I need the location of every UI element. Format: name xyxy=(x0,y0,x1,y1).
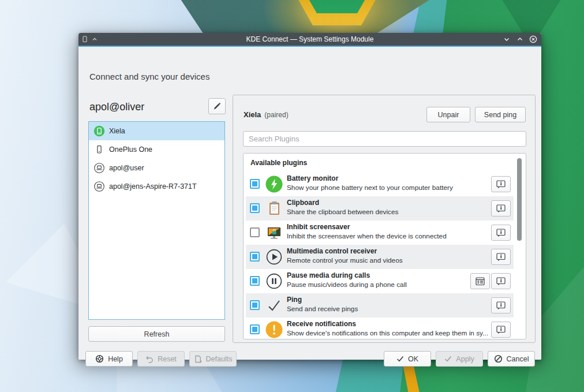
plugin-checkbox[interactable] xyxy=(250,227,260,237)
window-content: Connect and sync your devices apol@olive… xyxy=(78,47,541,360)
device-list-item-xiela[interactable]: Xiela xyxy=(89,122,224,140)
page-title: Connect and sync your devices xyxy=(89,72,209,81)
plugin-row: Battery monitor Show your phone battery … xyxy=(246,172,514,196)
device-title: Xiela(paired) xyxy=(244,110,289,119)
plugin-row: Receive notifications Show device's noti… xyxy=(246,318,514,339)
undo-icon xyxy=(145,355,154,363)
device-detail-panel: Xiela(paired) Unpair Send ping Available… xyxy=(233,95,536,343)
plugin-description: Show device's notifications on this comp… xyxy=(287,329,488,337)
unpair-button[interactable]: Unpair xyxy=(426,107,470,122)
check-icon xyxy=(396,356,404,362)
laptop-icon xyxy=(93,162,106,174)
maximize-icon[interactable] xyxy=(516,35,524,43)
footer-left-buttons: Help Reset Defaults xyxy=(85,351,237,367)
plugin-checkbox[interactable] xyxy=(250,203,260,213)
keep-above-icon[interactable] xyxy=(92,36,98,42)
plugin-about-button[interactable] xyxy=(491,225,511,241)
device-list-item-apol-user[interactable]: apol@user xyxy=(89,159,224,177)
minimize-icon[interactable] xyxy=(503,35,511,43)
device-label: apol@user xyxy=(109,164,144,172)
refresh-button[interactable]: Refresh xyxy=(88,326,225,342)
kde-connect-settings-window: KDE Connect — System Settings Module Con… xyxy=(78,33,541,360)
plugin-checkbox[interactable] xyxy=(250,252,260,262)
plugins-header-label: Available plugins xyxy=(250,159,307,167)
plugins-groupbox: Available plugins Battery monitor Show y… xyxy=(243,153,526,339)
plugin-checkbox[interactable] xyxy=(250,300,260,310)
cancel-icon xyxy=(494,354,503,363)
rename-host-button[interactable] xyxy=(208,98,226,114)
plugin-row: Multimedia control receiver Remote contr… xyxy=(246,245,514,269)
device-label: OnePlus One xyxy=(109,145,152,154)
plugin-title: Clipboard xyxy=(287,199,319,207)
pause-icon xyxy=(265,272,283,290)
plugin-about-button[interactable] xyxy=(491,322,511,338)
device-list-item-apol-jens-aspire-r7-371t[interactable]: apol@jens-Aspire-R7-371T xyxy=(89,177,224,196)
kdeconnect-app-icon xyxy=(82,36,88,43)
plugin-row: Pause media during calls Pause music/vid… xyxy=(246,269,514,293)
device-name: Xiela xyxy=(244,110,261,119)
device-label: apol@jens-Aspire-R7-371T xyxy=(109,182,197,191)
plugin-row: Inhibit screensaver Inhibit the screensa… xyxy=(246,221,514,245)
battery-icon xyxy=(265,175,283,193)
plugin-about-button[interactable] xyxy=(491,249,511,265)
plugin-title: Inhibit screensaver xyxy=(287,223,350,231)
checkmark-icon xyxy=(265,296,283,315)
search-plugins-input[interactable] xyxy=(243,131,526,147)
defaults-document-icon xyxy=(194,355,202,363)
plugin-row: Ping Send and receive pings xyxy=(246,293,514,318)
window-titlebar[interactable]: KDE Connect — System Settings Module xyxy=(78,33,541,46)
plugin-description: Inhibit the screensaver when the device … xyxy=(287,232,447,240)
plugin-description: Send and receive pings xyxy=(287,305,358,313)
window-title: KDE Connect — System Settings Module xyxy=(78,35,541,43)
apply-button: Apply xyxy=(436,351,483,367)
clipboard-icon xyxy=(265,199,283,218)
plugin-title: Pause media during calls xyxy=(287,271,370,279)
smartphone-icon xyxy=(93,144,106,155)
plugin-title: Multimedia control receiver xyxy=(287,247,377,255)
plugin-title: Receive notifications xyxy=(287,320,356,328)
host-name-label: apol@oliver xyxy=(89,99,205,115)
plugin-checkbox[interactable] xyxy=(250,324,260,334)
play-icon xyxy=(265,248,283,266)
plugin-description: Remote control your music and videos xyxy=(287,256,403,264)
plugin-about-button[interactable] xyxy=(491,200,511,216)
plugin-list: Battery monitor Show your phone battery … xyxy=(246,172,514,339)
cancel-button[interactable]: Cancel xyxy=(488,351,535,367)
send-ping-button[interactable]: Send ping xyxy=(475,107,526,122)
laptop-icon xyxy=(93,181,106,192)
screensaver-icon xyxy=(265,223,283,242)
smartphone-connected-icon xyxy=(93,125,106,137)
plugin-checkbox[interactable] xyxy=(250,276,260,286)
device-list-item-oneplus-one[interactable]: OnePlus One xyxy=(89,140,224,159)
device-list: Xiela OnePlus One apol@user apol@jens-As… xyxy=(88,121,225,320)
close-icon[interactable] xyxy=(529,35,537,43)
plugin-about-button[interactable] xyxy=(491,273,511,289)
plugin-configure-button[interactable] xyxy=(470,273,490,289)
plugin-title: Battery monitor xyxy=(287,174,338,182)
reset-button: Reset xyxy=(137,351,185,367)
plugin-description: Show your phone battery next to your com… xyxy=(287,184,453,192)
plugin-about-button[interactable] xyxy=(491,297,511,313)
plugin-about-button[interactable] xyxy=(491,176,511,192)
plugin-description: Pause music/videos during a phone call xyxy=(287,281,407,289)
paired-status-badge: (paired) xyxy=(264,111,288,119)
footer-right-buttons: OK Apply Cancel xyxy=(384,351,535,367)
plugins-scrollbar-thumb[interactable] xyxy=(517,158,522,241)
help-button[interactable]: Help xyxy=(85,351,133,367)
plugin-description: Share the clipboard between devices xyxy=(287,208,398,216)
plugin-row: Clipboard Share the clipboard between de… xyxy=(246,196,514,221)
notification-icon xyxy=(265,320,283,339)
check-icon xyxy=(444,356,452,362)
ok-button[interactable]: OK xyxy=(384,351,431,367)
plugin-title: Ping xyxy=(287,296,302,304)
plugin-checkbox[interactable] xyxy=(250,179,260,189)
pencil-icon xyxy=(212,102,222,111)
help-lifering-icon xyxy=(95,354,104,363)
device-label: Xiela xyxy=(109,127,125,135)
defaults-button: Defaults xyxy=(189,351,237,367)
